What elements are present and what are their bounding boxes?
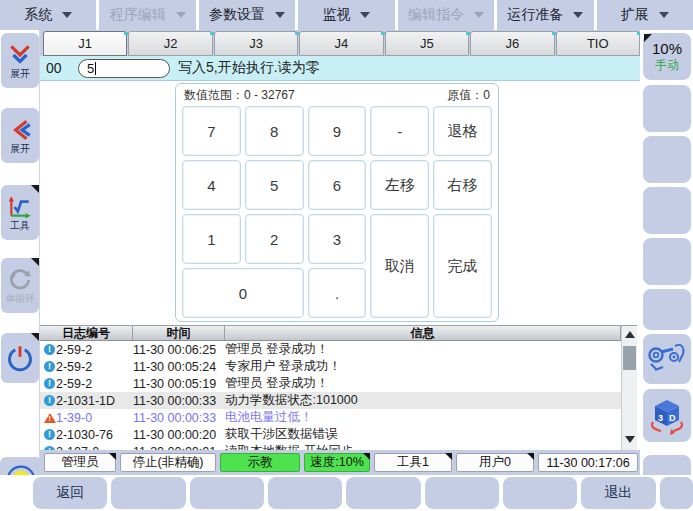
keypad-grid: 7 8 9 - 退格 4 5 6 左移 右移 1 2 3 取消 完成 0 . xyxy=(182,106,492,318)
info-icon: ! xyxy=(44,395,55,406)
log-row-partial[interactable]: ! 2-107-0 11-30 00:00:01 读取本地数据,开始同步 xyxy=(40,443,621,450)
status-mode-label: 示教 xyxy=(248,454,273,471)
exit-label: 退出 xyxy=(604,484,632,502)
status-user[interactable]: 管理员 xyxy=(44,453,116,472)
robot-drag-icon xyxy=(647,342,687,376)
status-motion-label: 停止(非精确) xyxy=(133,454,204,471)
log-row[interactable]: ! 2-59-2 11-30 00:05:19 管理员 登录成功！ xyxy=(40,375,621,392)
chevron-down-icon xyxy=(573,12,583,18)
info-icon: ! xyxy=(44,361,55,372)
jog-mode-label: 手动 xyxy=(655,57,679,74)
menu-label: 编辑指令 xyxy=(408,6,464,24)
log-message: 读取本地数据,开始同步 xyxy=(225,443,621,450)
log-message: 获取干涉区数据错误 xyxy=(225,426,621,443)
soft-key-2[interactable] xyxy=(111,477,185,509)
log-time: 11-30 00:05:24 xyxy=(133,360,225,374)
status-user-frame-label: 用户0 xyxy=(479,454,511,471)
single-cycle-icon xyxy=(7,267,33,293)
log-message: 管理员 登录成功！ xyxy=(225,375,621,392)
tool-coordinate-button[interactable]: 工具 xyxy=(1,185,39,240)
log-message: 管理员 登录成功！ xyxy=(225,341,621,358)
tab-tio[interactable]: TIO xyxy=(556,31,640,56)
soft-key-4[interactable] xyxy=(268,477,342,509)
scrollbar-thumb[interactable] xyxy=(623,346,636,370)
right-soft-key-5[interactable] xyxy=(643,238,691,285)
tab-label: J4 xyxy=(335,36,349,51)
value-input[interactable]: 5 xyxy=(78,59,170,78)
chevron-down-icon xyxy=(275,12,285,18)
log-time: 11-30 00:00:33 xyxy=(133,411,225,425)
scroll-down-icon[interactable] xyxy=(625,436,635,443)
key-6[interactable]: 6 xyxy=(308,160,367,210)
drag-teach-button[interactable] xyxy=(643,334,691,384)
right-soft-key-3[interactable] xyxy=(643,136,691,183)
log-table-header: 日志编号 时间 信息 xyxy=(40,326,637,341)
key-7[interactable]: 7 xyxy=(182,106,241,156)
tab-j1[interactable]: J1 xyxy=(43,31,127,56)
menu-run-prepare[interactable]: 运行准备 xyxy=(497,0,593,30)
3d-view-button[interactable]: 3 D xyxy=(643,389,691,442)
key-4[interactable]: 4 xyxy=(182,160,241,210)
right-soft-key-2[interactable] xyxy=(643,85,691,132)
tab-j2[interactable]: J2 xyxy=(128,31,212,56)
soft-key-7[interactable] xyxy=(503,477,577,509)
tab-label: J2 xyxy=(164,36,178,51)
soft-key-3[interactable] xyxy=(190,477,264,509)
3d-cube-icon: 3 D xyxy=(647,396,687,436)
right-soft-key-6[interactable] xyxy=(643,289,691,330)
tab-label: J5 xyxy=(420,36,434,51)
status-speed-label: 速度:10% xyxy=(310,454,364,471)
soft-key-5[interactable] xyxy=(346,477,420,509)
key-minus[interactable]: - xyxy=(370,106,429,156)
line-number: 00 xyxy=(40,60,78,76)
tab-j3[interactable]: J3 xyxy=(214,31,298,56)
status-user-frame[interactable]: 用户0 xyxy=(456,453,534,472)
power-button[interactable] xyxy=(1,333,39,383)
key-2[interactable]: 2 xyxy=(245,214,304,264)
log-row[interactable]: ! 2-1030-76 11-30 00:00:20 获取干涉区数据错误 xyxy=(40,426,621,443)
status-speed-badge[interactable]: 速度:10% xyxy=(304,453,370,472)
status-tool[interactable]: 工具1 xyxy=(374,453,452,472)
scroll-up-icon[interactable] xyxy=(625,331,635,338)
key-dot[interactable]: . xyxy=(308,268,367,318)
menu-parameter-settings[interactable]: 参数设置 xyxy=(199,0,295,30)
jog-speed-button[interactable]: 10% 手动 xyxy=(643,33,691,80)
key-done[interactable]: 完成 xyxy=(433,214,492,318)
key-1[interactable]: 1 xyxy=(182,214,241,264)
tab-j5[interactable]: J5 xyxy=(385,31,469,56)
soft-key-6[interactable] xyxy=(425,477,499,509)
log-id: 2-1030-76 xyxy=(56,428,133,442)
log-id: 2-1031-1D xyxy=(56,394,133,408)
log-table: 日志编号 时间 信息 ! 2-59-2 11-30 00:06:25 管理员 登… xyxy=(40,325,637,450)
exit-button[interactable]: 退出 xyxy=(581,477,655,509)
soft-key-9[interactable] xyxy=(660,477,693,509)
tab-j6[interactable]: J6 xyxy=(470,31,554,56)
bottom-button-bar: 返回 退出 xyxy=(0,475,693,511)
expand-down-button[interactable]: 展开 xyxy=(1,33,39,88)
chevron-down-icon xyxy=(659,12,669,18)
log-scrollbar[interactable] xyxy=(621,326,637,450)
tab-j4[interactable]: J4 xyxy=(299,31,383,56)
right-soft-key-partial[interactable] xyxy=(643,455,691,475)
log-row[interactable]: ! 2-59-2 11-30 00:06:25 管理员 登录成功！ xyxy=(40,341,621,358)
menu-monitor[interactable]: 监视 xyxy=(298,0,394,30)
key-backspace[interactable]: 退格 xyxy=(433,106,492,156)
menu-extension[interactable]: 扩展 xyxy=(597,0,693,30)
key-move-right[interactable]: 右移 xyxy=(433,160,492,210)
menu-system[interactable]: 系统 xyxy=(0,0,96,30)
expand-left-button[interactable]: 展开 xyxy=(1,108,39,163)
key-3[interactable]: 3 xyxy=(308,214,367,264)
log-time: 11-30 00:00:33 xyxy=(133,394,225,408)
key-0[interactable]: 0 xyxy=(182,268,304,318)
right-soft-key-4[interactable] xyxy=(643,187,691,234)
key-cancel[interactable]: 取消 xyxy=(370,214,429,318)
key-9[interactable]: 9 xyxy=(308,106,367,156)
log-row[interactable]: ! 2-59-2 11-30 00:05:24 专家用户 登录成功！ xyxy=(40,358,621,375)
key-5[interactable]: 5 xyxy=(245,160,304,210)
log-row[interactable]: 1-39-0 11-30 00:00:33 电池电量过低！ xyxy=(40,409,621,426)
log-id: 2-59-2 xyxy=(56,377,133,391)
key-8[interactable]: 8 xyxy=(245,106,304,156)
log-row[interactable]: ! 2-1031-1D 11-30 00:00:33 动力学数据状态:10100… xyxy=(40,392,621,409)
key-move-left[interactable]: 左移 xyxy=(370,160,429,210)
back-button[interactable]: 返回 xyxy=(33,477,107,509)
